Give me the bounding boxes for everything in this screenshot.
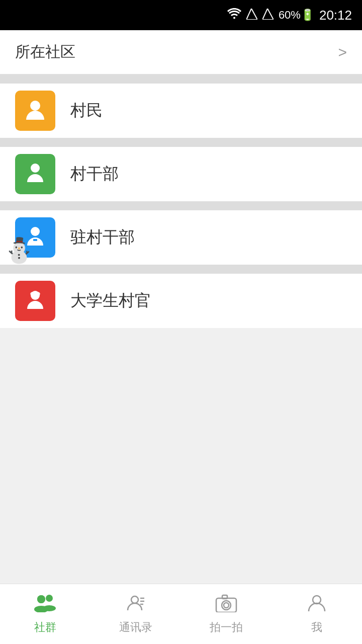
daxuesheng-label: 大学生村官 [70,290,151,312]
tab-wo[interactable]: 我 [272,593,362,635]
shequn-label: 社群 [34,620,56,635]
status-time: 20:12 [319,8,352,23]
menu-item-zhucunganbu[interactable]: 驻村干部 [0,210,362,265]
battery-indicator: 60%🔋 [279,9,314,22]
svg-rect-4 [33,176,38,179]
svg-point-25 [313,596,321,604]
cunganbu-label: 村干部 [70,163,119,185]
signal-icon-2 [262,9,274,22]
menu-item-cunmin[interactable]: 村民 [0,84,362,138]
shequn-icon [34,593,56,617]
svg-point-2 [30,101,40,111]
community-label: 所在社区 [15,42,75,62]
daxuesheng-person-icon [22,288,48,314]
svg-point-15 [46,595,53,602]
daxuesheng-icon-bg [15,281,55,321]
tab-bar: 社群 通讯录 拍一拍 [0,584,362,644]
tab-tongxunlu[interactable]: 通讯录 [90,593,181,635]
divider-1 [0,74,362,84]
signal-icon-1 [246,9,257,22]
cunmin-label: 村民 [70,100,103,122]
svg-point-17 [131,596,138,603]
svg-point-5 [31,227,40,236]
cunganbu-person-icon [22,161,48,187]
wo-icon [307,593,326,617]
svg-point-16 [43,605,56,611]
main-content: 所在社区 > 村民 村干部 [0,30,362,328]
svg-point-22 [222,601,231,610]
wo-label: 我 [311,620,322,635]
paiyipai-label: 拍一拍 [210,620,243,635]
community-row[interactable]: 所在社区 > [0,30,362,74]
cunmin-person-icon [22,98,48,124]
svg-point-23 [224,603,229,608]
svg-rect-24 [222,595,227,599]
svg-point-13 [37,595,45,603]
svg-marker-1 [262,9,274,20]
svg-point-3 [31,164,40,173]
tab-shequn[interactable]: 社群 [0,593,90,635]
wifi-icon [227,8,241,22]
tongxunlu-icon [126,593,145,617]
divider-4 [0,265,362,274]
tab-paiyipai[interactable]: 拍一拍 [181,593,272,635]
divider-3 [0,201,362,210]
community-chevron: > [338,44,347,61]
cunganbu-icon-bg [15,154,55,194]
menu-item-daxuesheng[interactable]: 大学生村官 [0,274,362,328]
status-bar: 60%🔋 20:12 [0,0,362,30]
svg-marker-0 [246,9,257,20]
tongxunlu-label: 通讯录 [119,620,152,635]
zhucunganbu-label: 驻村干部 [70,226,135,249]
paiyipai-icon [215,593,237,617]
cunmin-icon-bg [15,91,55,131]
snowman-overlay: ⛄ [4,236,34,265]
divider-2 [0,138,362,147]
menu-item-cunganbu[interactable]: 村干部 [0,147,362,201]
